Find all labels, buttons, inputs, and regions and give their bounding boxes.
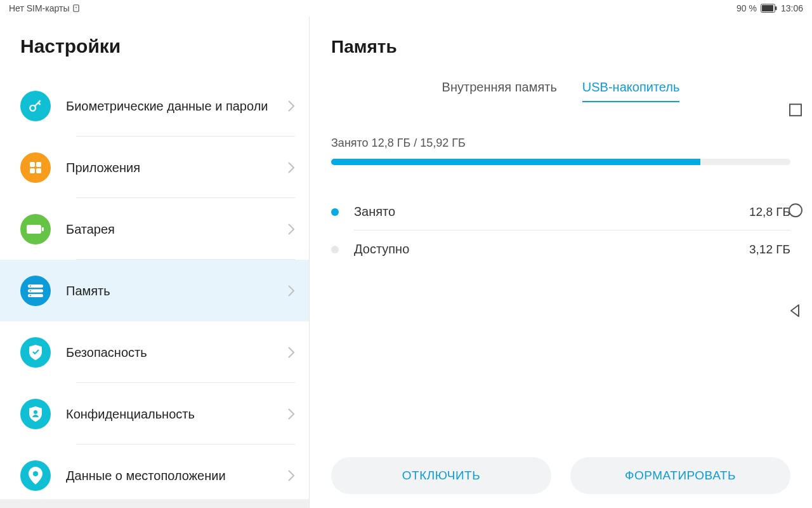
storage-icon (20, 276, 51, 306)
shield-user-icon (20, 399, 51, 429)
sidebar-item-battery[interactable]: Батарея (0, 198, 309, 260)
svg-point-17 (30, 295, 31, 296)
system-nav-rail (787, 101, 804, 319)
usage-summary-text: Занято 12,8 ГБ / 15,92 ГБ (331, 137, 790, 150)
status-bar-right: 90 % 13:06 (737, 3, 803, 13)
legend-dot-icon (331, 208, 339, 216)
shield-check-icon (20, 337, 51, 368)
breakdown-row: Доступно 3,12 ГБ (331, 231, 790, 268)
breakdown-label: Доступно (354, 242, 749, 257)
status-bar-left: Нет SIM-карты (9, 3, 81, 13)
sidebar-title: Настройки (0, 17, 309, 75)
nav-back-button[interactable] (787, 302, 804, 319)
breakdown-value: 12,8 ГБ (749, 205, 790, 219)
sidebar-item-storage[interactable]: Память (0, 260, 309, 321)
battery-percent-text: 90 % (737, 3, 757, 13)
svg-rect-7 (36, 162, 41, 167)
legend-dot-icon (331, 246, 339, 253)
breakdown-row: Занято 12,8 ГБ (331, 193, 790, 231)
svg-rect-6 (30, 162, 35, 167)
apps-icon (20, 152, 51, 183)
svg-point-21 (789, 204, 802, 217)
sidebar-item-label: Конфиденциальность (66, 406, 287, 422)
svg-point-1 (76, 10, 77, 10)
svg-rect-10 (27, 225, 41, 234)
storage-tabs: Внутренняя памятьUSB-накопитель (331, 80, 790, 102)
svg-rect-9 (36, 168, 41, 173)
svg-rect-3 (762, 5, 773, 11)
svg-point-5 (30, 105, 36, 110)
sidebar-item-label: Приложения (66, 159, 287, 176)
svg-point-18 (34, 410, 37, 414)
clock-text: 13:06 (781, 3, 803, 13)
battery-icon (20, 214, 51, 244)
battery-icon (761, 4, 777, 13)
sim-warning-icon (72, 4, 81, 13)
sidebar-item-shield-check[interactable]: Безопасность (0, 321, 309, 383)
svg-rect-4 (775, 6, 777, 10)
action-bar: ОТКЛЮЧИТЬ ФОРМАТИРОВАТЬ (331, 457, 790, 494)
eject-button[interactable]: ОТКЛЮЧИТЬ (331, 457, 551, 494)
storage-progress-bar (331, 159, 790, 165)
storage-panel: Память Внутренняя памятьUSB-накопитель З… (310, 17, 812, 508)
sidebar-item-key[interactable]: Биометрические данные и пароли (0, 75, 309, 137)
chevron-right-icon (287, 284, 295, 297)
storage-progress-fill (331, 159, 700, 165)
sidebar-item-label: Безопасность (66, 344, 287, 361)
chevron-right-icon (287, 469, 295, 482)
sidebar-item-label: Память (66, 283, 287, 299)
sidebar-item-location[interactable]: Данные о местоположении (0, 444, 309, 506)
svg-point-19 (33, 471, 38, 476)
scroll-hint (0, 499, 309, 508)
chevron-right-icon (287, 346, 295, 359)
sim-status-text: Нет SIM-карты (9, 3, 69, 13)
location-icon (20, 460, 51, 491)
sidebar-item-label: Биометрические данные и пароли (66, 98, 287, 114)
sidebar-item-label: Батарея (66, 221, 287, 237)
breakdown-value: 3,12 ГБ (749, 243, 790, 257)
settings-sidebar: Настройки Биометрические данные и пароли… (0, 17, 310, 508)
breakdown-label: Занято (354, 204, 749, 219)
chevron-right-icon (287, 161, 295, 174)
chevron-right-icon (287, 408, 295, 420)
storage-tab-0[interactable]: Внутренняя память (442, 80, 557, 102)
svg-point-15 (30, 285, 31, 286)
status-bar: Нет SIM-карты 90 % 13:06 (0, 0, 812, 17)
sidebar-item-shield-user[interactable]: Конфиденциальность (0, 383, 309, 444)
nav-home-button[interactable] (787, 201, 804, 219)
key-icon (20, 91, 51, 121)
svg-point-16 (30, 290, 31, 291)
sidebar-item-apps[interactable]: Приложения (0, 137, 309, 198)
sidebar-item-label: Данные о местоположении (66, 467, 287, 484)
svg-rect-8 (30, 168, 35, 173)
format-button[interactable]: ФОРМАТИРОВАТЬ (570, 457, 790, 494)
svg-rect-20 (790, 104, 801, 116)
chevron-right-icon (287, 223, 295, 236)
storage-tab-1[interactable]: USB-накопитель (582, 80, 680, 102)
chevron-right-icon (287, 100, 295, 112)
nav-recent-button[interactable] (787, 101, 804, 119)
svg-rect-11 (42, 227, 44, 231)
panel-title: Память (331, 17, 790, 80)
